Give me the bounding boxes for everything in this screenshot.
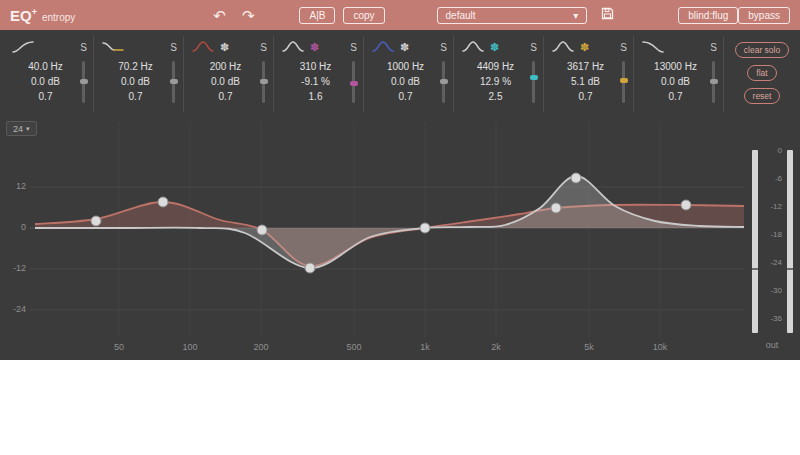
bell-filter-icon[interactable] bbox=[282, 40, 304, 54]
flat-button[interactable]: flat bbox=[747, 65, 776, 81]
band-gain-value[interactable]: 0.0 dB bbox=[102, 74, 169, 89]
band-frequency-value[interactable]: 70.2 Hz bbox=[102, 59, 169, 74]
band-entropy-slider[interactable] bbox=[442, 61, 445, 103]
lowpass-filter-icon[interactable] bbox=[642, 40, 664, 54]
bell-filter-icon[interactable] bbox=[552, 40, 574, 54]
band-1-handle[interactable] bbox=[91, 216, 101, 226]
y-axis-label: -12 bbox=[4, 263, 26, 273]
bell-filter-icon[interactable] bbox=[462, 40, 484, 54]
bypass-button[interactable]: bypass bbox=[738, 7, 790, 24]
band-q-value[interactable]: 0.7 bbox=[372, 89, 439, 104]
band-6-handle[interactable] bbox=[571, 173, 581, 183]
low-shelf-filter-icon[interactable] bbox=[102, 40, 124, 54]
band-entropy-slider[interactable] bbox=[712, 61, 715, 103]
band-entropy-slider[interactable] bbox=[172, 61, 175, 103]
band-frequency-value[interactable]: 13000 Hz bbox=[642, 59, 709, 74]
eq-graph[interactable]: 24 ▾ 120-12-24501002005001k2k5k10k bbox=[0, 118, 744, 360]
undo-icon[interactable]: ↶ bbox=[210, 8, 229, 23]
highpass-filter-icon[interactable] bbox=[12, 40, 34, 54]
slider-handle[interactable] bbox=[350, 81, 358, 86]
entropy-gear-icon[interactable]: ✽ bbox=[310, 42, 319, 53]
band-entropy-slider[interactable] bbox=[622, 61, 625, 103]
footer-bar: sonible 0 % entropy 0 % strength 0 % smo… bbox=[0, 360, 800, 455]
x-axis-label: 50 bbox=[104, 342, 134, 352]
band-frequency-value[interactable]: 310 Hz bbox=[282, 59, 349, 74]
band-frequency-value[interactable]: 4409 Hz bbox=[462, 59, 529, 74]
solo-button[interactable]: S bbox=[530, 42, 537, 53]
band-4-panel: ✽S310 Hz-9.1 %1.6 bbox=[274, 36, 364, 112]
band-7-handle[interactable] bbox=[551, 203, 561, 213]
meter-scale-label: -18 bbox=[760, 230, 782, 239]
slider-handle[interactable] bbox=[620, 78, 628, 83]
bell-filter-icon[interactable] bbox=[372, 40, 394, 54]
band-8-handle[interactable] bbox=[681, 200, 691, 210]
band-q-value[interactable]: 0.7 bbox=[552, 89, 619, 104]
band-5-handle[interactable] bbox=[420, 223, 430, 233]
band-6-panel: ✽S4409 Hz12.9 %2.5 bbox=[454, 36, 544, 112]
bell-filter-icon[interactable] bbox=[192, 40, 214, 54]
band-q-value[interactable]: 0.7 bbox=[642, 89, 709, 104]
reset-button[interactable]: reset bbox=[744, 88, 781, 104]
band-3-handle[interactable] bbox=[257, 225, 267, 235]
band-q-value[interactable]: 0.7 bbox=[102, 89, 169, 104]
entropy-gear-icon[interactable]: ✽ bbox=[490, 42, 499, 53]
band-gain-value[interactable]: 0.0 dB bbox=[372, 74, 439, 89]
band-gain-value[interactable]: 12.9 % bbox=[462, 74, 529, 89]
solo-button[interactable]: S bbox=[350, 42, 357, 53]
blindflug-button[interactable]: blind:flug bbox=[678, 7, 738, 24]
save-preset-icon[interactable] bbox=[599, 7, 616, 23]
floppy-disk-icon bbox=[601, 7, 614, 20]
solo-button[interactable]: S bbox=[440, 42, 447, 53]
band-gain-value[interactable]: 0.0 dB bbox=[12, 74, 79, 89]
clear-solo-button[interactable]: clear solo bbox=[735, 42, 789, 58]
band-2-handle[interactable] bbox=[158, 197, 168, 207]
band-gain-value[interactable]: 0.0 dB bbox=[642, 74, 709, 89]
entropy-gear-icon[interactable]: ✽ bbox=[400, 42, 409, 53]
slider-handle[interactable] bbox=[710, 79, 718, 84]
meter-scale-label: 0 bbox=[760, 146, 782, 155]
ab-compare-button[interactable]: A|B bbox=[299, 7, 335, 24]
y-axis-label: 12 bbox=[4, 181, 26, 191]
chevron-down-icon: ▾ bbox=[26, 125, 30, 133]
slider-handle[interactable] bbox=[260, 79, 268, 84]
band-frequency-value[interactable]: 40.0 Hz bbox=[12, 59, 79, 74]
slider-handle[interactable] bbox=[80, 79, 88, 84]
slider-handle[interactable] bbox=[170, 79, 178, 84]
x-axis-label: 100 bbox=[175, 342, 205, 352]
band-frequency-value[interactable]: 1000 Hz bbox=[372, 59, 439, 74]
redo-icon[interactable]: ↷ bbox=[239, 8, 258, 23]
band-entropy-slider[interactable] bbox=[532, 61, 535, 103]
band-gain-value[interactable]: 5.1 dB bbox=[552, 74, 619, 89]
band-entropy-slider[interactable] bbox=[262, 61, 265, 103]
band-q-value[interactable]: 0.7 bbox=[192, 89, 259, 104]
band-gain-value[interactable]: 0.0 dB bbox=[192, 74, 259, 89]
preset-dropdown[interactable]: default ▾ bbox=[437, 7, 588, 24]
db-range-select[interactable]: 24 ▾ bbox=[6, 121, 37, 136]
band-q-value[interactable]: 2.5 bbox=[462, 89, 529, 104]
band-entropy-slider[interactable] bbox=[82, 61, 85, 103]
solo-button[interactable]: S bbox=[170, 42, 177, 53]
band-8-panel: S13000 Hz0.0 dB0.7 bbox=[634, 36, 724, 112]
band-5-panel: ✽S1000 Hz0.0 dB0.7 bbox=[364, 36, 454, 112]
band-4-handle[interactable] bbox=[305, 263, 315, 273]
entropy-gear-icon[interactable]: ✽ bbox=[220, 42, 229, 53]
output-meter-bar-right bbox=[787, 150, 793, 333]
band-frequency-value[interactable]: 200 Hz bbox=[192, 59, 259, 74]
band-q-value[interactable]: 0.7 bbox=[12, 89, 79, 104]
band-2-panel: S70.2 Hz0.0 dB0.7 bbox=[94, 36, 184, 112]
meter-scale-label: -36 bbox=[760, 314, 782, 323]
solo-button[interactable]: S bbox=[260, 42, 267, 53]
solo-button[interactable]: S bbox=[710, 42, 717, 53]
band-q-value[interactable]: 1.6 bbox=[282, 89, 349, 104]
band-strip: S40.0 Hz0.0 dB0.7S70.2 Hz0.0 dB0.7✽S200 … bbox=[0, 32, 744, 116]
entropy-gear-icon[interactable]: ✽ bbox=[580, 42, 589, 53]
solo-button[interactable]: S bbox=[80, 42, 87, 53]
slider-handle[interactable] bbox=[530, 75, 538, 80]
band-gain-value[interactable]: -9.1 % bbox=[282, 74, 349, 89]
solo-button[interactable]: S bbox=[620, 42, 627, 53]
copy-button[interactable]: copy bbox=[343, 7, 384, 24]
band-entropy-slider[interactable] bbox=[352, 61, 355, 103]
slider-handle[interactable] bbox=[440, 79, 448, 84]
band-frequency-value[interactable]: 3617 Hz bbox=[552, 59, 619, 74]
x-axis-label: 200 bbox=[246, 342, 276, 352]
